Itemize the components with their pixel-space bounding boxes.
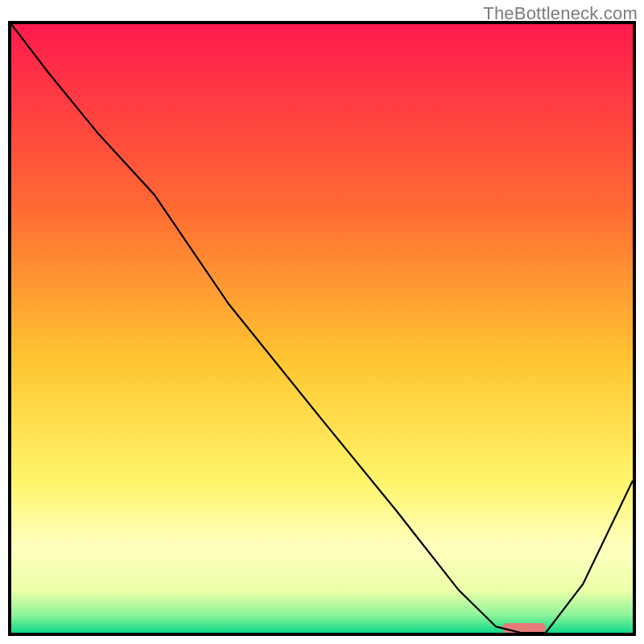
chart-background <box>11 24 633 633</box>
watermark-text: TheBottleneck.com <box>483 3 638 24</box>
chart-frame <box>8 21 636 636</box>
optimal-zone-marker <box>502 623 546 633</box>
chart-svg <box>11 24 633 633</box>
